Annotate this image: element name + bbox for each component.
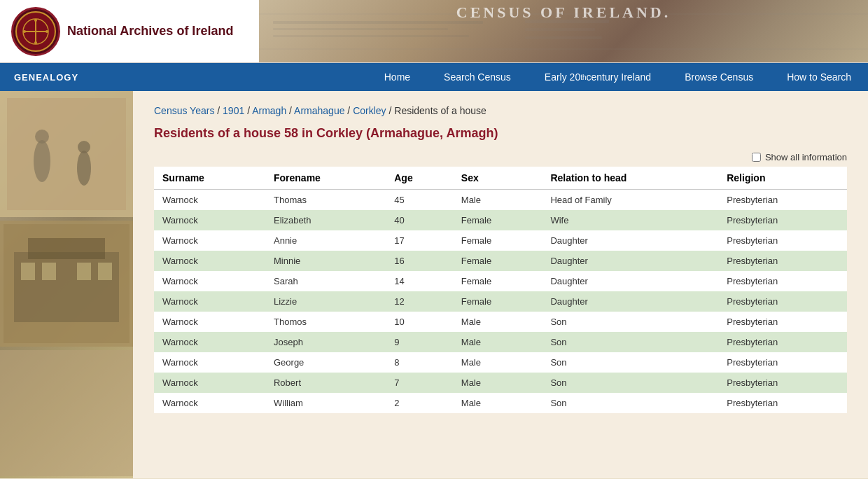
- svg-point-6: [23, 30, 26, 33]
- cell-forename: William: [265, 393, 386, 413]
- table-row: WarnockGeorge8MaleSonPresbyterian: [154, 352, 847, 373]
- cell-forename: Joseph: [265, 332, 386, 352]
- col-forename: Forename: [265, 167, 386, 190]
- svg-point-5: [34, 41, 37, 44]
- show-all-checkbox[interactable]: [752, 153, 761, 162]
- col-age: Age: [386, 167, 453, 190]
- table-row: WarnockElizabeth40FemaleWifePresbyterian: [154, 210, 847, 230]
- cell-surname: Warnock: [154, 352, 265, 373]
- logo-emblem: [11, 7, 60, 56]
- cell-relation: Daughter: [542, 230, 718, 251]
- cell-sex: Female: [453, 251, 542, 271]
- cell-surname: Warnock: [154, 332, 265, 352]
- svg-rect-14: [525, 20, 609, 23]
- cell-religion: Presbyterian: [718, 352, 847, 373]
- nav-search-census[interactable]: Search Census: [427, 63, 528, 91]
- breadcrumb-sep-4: /: [347, 105, 353, 116]
- cell-sex: Female: [453, 291, 542, 312]
- cell-forename: Thomas: [265, 190, 386, 211]
- col-surname: Surname: [154, 167, 265, 190]
- breadcrumb-armahague[interactable]: Armahague: [294, 105, 344, 116]
- navbar-links: Home Search Census Early 20th century Ir…: [368, 63, 868, 91]
- cell-sex: Male: [453, 332, 542, 352]
- svg-rect-23: [0, 91, 133, 217]
- cell-surname: Warnock: [154, 291, 265, 312]
- svg-rect-16: [525, 36, 602, 39]
- table-row: WarnockJoseph9MaleSonPresbyterian: [154, 332, 847, 352]
- table-row: WarnockMinnie16FemaleDaughterPresbyteria…: [154, 251, 847, 271]
- cell-sex: Male: [453, 352, 542, 373]
- header: National Archives of Ireland CENSUS OF I…: [0, 0, 868, 63]
- svg-point-7: [46, 30, 48, 33]
- nav-browse-census[interactable]: Browse Census: [668, 63, 770, 91]
- cell-religion: Presbyterian: [718, 373, 847, 393]
- nav-home[interactable]: Home: [368, 63, 427, 91]
- svg-rect-32: [0, 350, 133, 476]
- table-row: WarnockAnnie17FemaleDaughterPresbyterian: [154, 230, 847, 251]
- svg-rect-15: [525, 28, 595, 31]
- cell-sex: Male: [453, 393, 542, 413]
- cell-relation: Wife: [542, 210, 718, 230]
- cell-age: 12: [386, 291, 453, 312]
- cell-surname: Warnock: [154, 190, 265, 211]
- cell-relation: Son: [542, 352, 718, 373]
- cell-sex: Female: [453, 230, 542, 251]
- nav-how-to-search[interactable]: How to Search: [770, 63, 868, 91]
- cell-religion: Presbyterian: [718, 210, 847, 230]
- side-image-placeholder: [0, 91, 133, 478]
- table-row: WarnockThomas45MaleHead of FamilyPresbyt…: [154, 190, 847, 211]
- cell-age: 2: [386, 393, 453, 413]
- breadcrumb-armagh[interactable]: Armagh: [252, 105, 286, 116]
- nav-early-20th[interactable]: Early 20th century Ireland: [528, 63, 668, 91]
- breadcrumb-1901[interactable]: 1901: [223, 105, 244, 116]
- cell-forename: George: [265, 352, 386, 373]
- navbar: GENEALOGY Home Search Census Early 20th …: [0, 63, 868, 91]
- cell-forename: Robert: [265, 373, 386, 393]
- cell-relation: Daughter: [542, 271, 718, 291]
- cell-forename: Annie: [265, 230, 386, 251]
- svg-rect-31: [98, 263, 112, 280]
- cell-relation: Son: [542, 393, 718, 413]
- show-all-label[interactable]: Show all information: [765, 152, 847, 162]
- cell-relation: Daughter: [542, 291, 718, 312]
- cell-religion: Presbyterian: [718, 230, 847, 251]
- site-title: National Archives of Ireland: [67, 24, 233, 39]
- col-relation: Relation to head: [542, 167, 718, 190]
- cell-religion: Presbyterian: [718, 190, 847, 211]
- svg-rect-12: [273, 28, 448, 30]
- main-content: Census Years / 1901 / Armagh / Armahague…: [133, 91, 868, 478]
- cell-forename: Minnie: [265, 251, 386, 271]
- cell-relation: Son: [542, 332, 718, 352]
- page-title: Residents of a house 58 in Corkley (Arma…: [154, 126, 847, 141]
- table-row: WarnockRobert7MaleSonPresbyterian: [154, 373, 847, 393]
- breadcrumb-sep-1: /: [217, 105, 223, 116]
- table-row: WarnockThomos10MaleSonPresbyterian: [154, 312, 847, 332]
- col-sex: Sex: [453, 167, 542, 190]
- cell-age: 8: [386, 352, 453, 373]
- cell-age: 16: [386, 251, 453, 271]
- cell-surname: Warnock: [154, 393, 265, 413]
- cell-religion: Presbyterian: [718, 251, 847, 271]
- svg-rect-8: [259, 0, 868, 63]
- breadcrumb-corkley[interactable]: Corkley: [353, 105, 386, 116]
- cell-age: 40: [386, 210, 453, 230]
- svg-rect-30: [77, 263, 91, 280]
- cell-relation: Son: [542, 373, 718, 393]
- cell-surname: Warnock: [154, 312, 265, 332]
- cell-relation: Son: [542, 312, 718, 332]
- breadcrumb: Census Years / 1901 / Armagh / Armahague…: [154, 105, 847, 116]
- svg-rect-11: [273, 21, 483, 24]
- navbar-brand: GENEALOGY: [0, 63, 92, 91]
- content-area: Census Years / 1901 / Armagh / Armahague…: [0, 91, 868, 478]
- side-images: [0, 91, 133, 478]
- cell-age: 14: [386, 271, 453, 291]
- breadcrumb-census-years[interactable]: Census Years: [154, 105, 214, 116]
- cell-forename: Thomos: [265, 312, 386, 332]
- cell-forename: Sarah: [265, 271, 386, 291]
- cell-forename: Lizzie: [265, 291, 386, 312]
- cell-surname: Warnock: [154, 230, 265, 251]
- cell-age: 45: [386, 190, 453, 211]
- table-row: WarnockLizzie12FemaleDaughterPresbyteria…: [154, 291, 847, 312]
- cell-religion: Presbyterian: [718, 271, 847, 291]
- cell-forename: Elizabeth: [265, 210, 386, 230]
